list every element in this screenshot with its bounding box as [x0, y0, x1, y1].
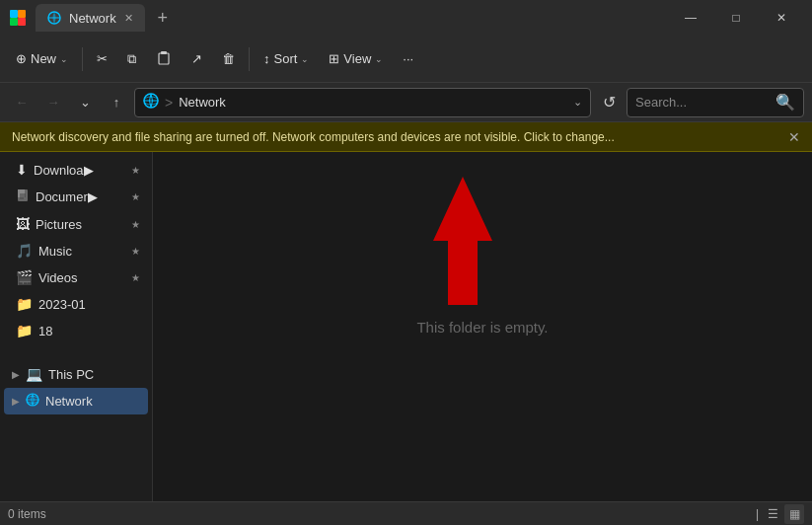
thispc-icon: 💻 [26, 366, 42, 382]
folder-18-icon: 📁 [16, 323, 33, 338]
sidebar-item-2023[interactable]: 📁 2023-01 [4, 291, 148, 317]
sidebar-item-label: 2023-01 [38, 297, 140, 312]
address-network-icon [143, 93, 159, 112]
maximize-button[interactable]: □ [713, 0, 759, 36]
new-button[interactable]: ⊕ New ⌄ [8, 41, 76, 77]
view-label: View [343, 51, 371, 66]
thispc-chevron-icon: ▶ [12, 369, 20, 380]
app-icon [8, 8, 28, 28]
svg-rect-0 [10, 10, 18, 18]
content-area: This folder is empty. [153, 152, 812, 501]
view-icon: ⊞ [329, 51, 339, 66]
title-bar: Network ✕ + — □ ✕ [0, 0, 812, 36]
address-chevron-icon[interactable]: ⌄ [573, 96, 582, 109]
sidebar-item-pictures[interactable]: 🖼 Pictures ★ [4, 211, 148, 237]
address-input[interactable]: > Network ⌄ [134, 88, 591, 117]
tab-area: Network ✕ + [36, 4, 668, 32]
sidebar-item-18[interactable]: 📁 18 [4, 318, 148, 343]
cut-icon: ✂ [97, 51, 108, 66]
sidebar-item-label: This PC [48, 367, 140, 382]
delete-icon: 🗑 [222, 51, 235, 66]
svg-rect-3 [18, 18, 26, 26]
status-icons: ☰ ▦ [763, 504, 804, 524]
window-controls: — □ ✕ [668, 0, 804, 36]
notification-close-button[interactable]: ✕ [788, 129, 800, 145]
pin-icon: ★ [131, 165, 140, 176]
cut-button[interactable]: ✂ [89, 41, 115, 77]
back-button[interactable]: ← [8, 89, 36, 116]
sidebar-item-label: Documer▶ [36, 189, 125, 204]
empty-folder-text: This folder is empty. [416, 319, 548, 336]
svg-rect-1 [18, 10, 26, 18]
tab-network-icon [47, 11, 61, 25]
toolbar-separator-2 [249, 47, 250, 71]
arrow-container [423, 172, 502, 314]
pictures-icon: 🖼 [16, 216, 30, 232]
refresh-button[interactable]: ↺ [595, 89, 623, 116]
up-button[interactable]: ↑ [103, 89, 130, 116]
paste-button[interactable] [148, 41, 180, 77]
view-button[interactable]: ⊞ View ⌄ [321, 41, 391, 77]
tab-close-button[interactable]: ✕ [124, 12, 133, 25]
pin-icon: ★ [131, 219, 140, 230]
toolbar-separator-1 [82, 47, 83, 71]
svg-rect-6 [159, 53, 169, 64]
sidebar-section-thispc[interactable]: ▶ 💻 This PC [4, 361, 148, 387]
recent-button[interactable]: ⌄ [71, 89, 99, 116]
sort-chevron-icon: ⌄ [301, 54, 309, 64]
search-box[interactable]: Search... 🔍 [627, 88, 804, 117]
search-placeholder: Search... [635, 95, 770, 110]
copy-button[interactable]: ⧉ [119, 41, 144, 77]
toolbar: ⊕ New ⌄ ✂ ⧉ ↗ 🗑 ↕ Sort ⌄ ⊞ View ⌄ ··· [0, 36, 812, 83]
share-icon: ↗ [191, 51, 202, 66]
network-sidebar-icon [26, 393, 39, 410]
sort-label: Sort [274, 51, 298, 66]
sidebar-item-music[interactable]: 🎵 Music ★ [4, 238, 148, 263]
red-arrow [423, 172, 502, 310]
pin-icon: ★ [131, 272, 140, 283]
sidebar-item-label: Music [38, 244, 125, 259]
new-chevron-icon: ⌄ [60, 54, 68, 64]
folder-2023-icon: 📁 [16, 296, 33, 312]
sidebar-item-label: 18 [38, 324, 140, 338]
svg-rect-2 [10, 18, 18, 26]
svg-marker-19 [433, 177, 492, 305]
new-tab-button[interactable]: + [149, 4, 177, 32]
svg-rect-7 [161, 51, 167, 54]
downloads-icon: ⬇ [16, 162, 28, 178]
sidebar-item-documents[interactable]: Documer▶ ★ [4, 184, 148, 210]
new-icon: ⊕ [16, 51, 27, 66]
address-path: Network [179, 95, 567, 110]
status-separator: | [756, 507, 759, 521]
music-icon: 🎵 [16, 243, 33, 259]
sidebar-item-label: Videos [38, 270, 125, 285]
sidebar-item-downloads[interactable]: ⬇ Downloa▶ ★ [4, 157, 148, 183]
view-chevron-icon: ⌄ [375, 54, 383, 64]
notification-banner[interactable]: Network discovery and file sharing are t… [0, 122, 812, 152]
pin-icon: ★ [131, 246, 140, 257]
forward-button[interactable]: → [39, 89, 67, 116]
sidebar-item-videos[interactable]: 🎬 Videos ★ [4, 264, 148, 290]
tab-label: Network [69, 11, 116, 26]
paste-icon [156, 49, 172, 68]
details-view-button[interactable]: ▦ [784, 504, 804, 524]
delete-button[interactable]: 🗑 [214, 41, 243, 77]
minimize-button[interactable]: — [668, 0, 713, 36]
sidebar-section-network[interactable]: ▶ Network [4, 388, 148, 414]
close-button[interactable]: ✕ [759, 0, 804, 36]
more-icon: ··· [403, 51, 413, 66]
address-bar: ← → ⌄ ↑ > Network ⌄ ↺ Search... 🔍 [0, 83, 812, 122]
documents-icon [16, 188, 30, 205]
more-button[interactable]: ··· [395, 41, 421, 77]
copy-icon: ⧉ [127, 51, 136, 67]
sidebar-item-label: Downloa▶ [34, 163, 125, 178]
sort-button[interactable]: ↕ Sort ⌄ [256, 41, 317, 77]
sidebar-item-label: Pictures [36, 217, 125, 232]
new-label: New [31, 51, 56, 66]
share-button[interactable]: ↗ [184, 41, 210, 77]
list-view-button[interactable]: ☰ [763, 504, 782, 524]
status-items-text: 0 items [8, 507, 752, 521]
pin-icon: ★ [131, 191, 140, 202]
search-icon: 🔍 [775, 93, 795, 112]
active-tab[interactable]: Network ✕ [36, 4, 145, 32]
